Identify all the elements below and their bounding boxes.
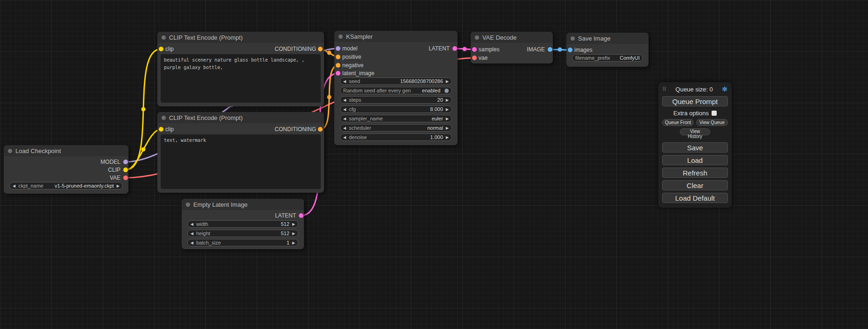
- widget-label: denoise: [349, 134, 367, 140]
- prev-value-icon[interactable]: ◀: [343, 78, 346, 85]
- wire-dot-clip-positive: [141, 107, 146, 112]
- input-slot-vae[interactable]: [472, 56, 477, 60]
- output-slot-conditioning[interactable]: [318, 127, 323, 132]
- output-slot-conditioning[interactable]: [318, 47, 323, 51]
- cfg-widget[interactable]: ◀ cfg 8.000 ▶: [340, 105, 452, 113]
- refresh-button[interactable]: Refresh: [662, 168, 728, 178]
- negative-prompt-input[interactable]: text, watermark: [161, 134, 321, 189]
- filename-prefix-widget[interactable]: filename_prefix ComfyUI: [572, 54, 643, 62]
- node-load-checkpoint[interactable]: Load Checkpoint MODEL CLIP VAE ◀ ckpt_na…: [4, 145, 128, 194]
- load-button[interactable]: Load: [662, 155, 728, 165]
- settings-gear-icon[interactable]: ✻: [722, 85, 727, 93]
- width-widget[interactable]: ◀ width 512 ▶: [187, 220, 298, 228]
- height-widget[interactable]: ◀ height 512 ▶: [187, 230, 298, 237]
- output-slot-image[interactable]: [548, 47, 552, 52]
- sampler-name-widget[interactable]: ◀ sampler_name euler ▶: [340, 115, 452, 122]
- node-title: VAE Decode: [482, 34, 516, 41]
- node-header[interactable]: VAE Decode: [471, 32, 553, 43]
- prev-value-icon[interactable]: ◀: [343, 125, 346, 132]
- prev-value-icon[interactable]: ◀: [191, 230, 193, 237]
- input-label-positive: positive: [342, 54, 361, 60]
- widget-value: 156680208700286: [400, 78, 443, 84]
- wire-dot-conditioning-positive: [327, 51, 332, 55]
- input-slot-latent-image[interactable]: [336, 71, 340, 76]
- extra-options-checkbox[interactable]: [712, 111, 717, 116]
- next-value-icon[interactable]: ▶: [292, 221, 295, 228]
- input-slot-positive[interactable]: [336, 55, 340, 59]
- input-slot-images[interactable]: [568, 48, 572, 52]
- node-header[interactable]: CLIP Text Encode (Prompt): [157, 112, 324, 123]
- random-seed-toggle-widget[interactable]: Random seed after every gen enabled: [340, 87, 452, 94]
- load-default-button[interactable]: Load Default: [662, 193, 728, 203]
- prev-value-icon[interactable]: ◀: [191, 221, 193, 228]
- next-value-icon[interactable]: ▶: [446, 134, 449, 141]
- node-clip-text-encode-negative[interactable]: CLIP Text Encode (Prompt) clip CONDITION…: [157, 112, 324, 193]
- input-label-images: images: [574, 47, 593, 53]
- denoise-widget[interactable]: ◀ denoise 1.000 ▶: [340, 133, 452, 141]
- collapse-dot-icon[interactable]: [571, 36, 575, 41]
- scheduler-widget[interactable]: ◀ scheduler normal ▶: [340, 124, 452, 132]
- input-slot-negative[interactable]: [336, 63, 340, 68]
- view-queue-button[interactable]: View Queue: [696, 119, 728, 126]
- node-save-image[interactable]: Save Image images filename_prefix ComfyU…: [566, 33, 649, 67]
- prev-value-icon[interactable]: ◀: [343, 106, 346, 113]
- node-empty-latent-image[interactable]: Empty Latent Image LATENT ◀ width 512 ▶ …: [182, 199, 304, 249]
- next-value-icon[interactable]: ▶: [446, 115, 449, 122]
- steps-widget[interactable]: ◀ steps 20 ▶: [340, 96, 452, 104]
- node-header[interactable]: Load Checkpoint: [4, 145, 128, 156]
- node-graph-canvas[interactable]: Load Checkpoint MODEL CLIP VAE ◀ ckpt_na…: [0, 0, 868, 329]
- node-header[interactable]: Save Image: [566, 33, 649, 44]
- prev-value-icon[interactable]: ◀: [13, 182, 15, 189]
- queue-panel-header: ⠿ Queue size: 0 ✻: [662, 85, 728, 94]
- input-slot-clip[interactable]: [159, 127, 163, 132]
- save-button[interactable]: Save: [662, 142, 728, 153]
- output-slot-clip[interactable]: [123, 168, 128, 172]
- view-history-button[interactable]: View History: [680, 128, 710, 135]
- node-header[interactable]: CLIP Text Encode (Prompt): [157, 32, 324, 43]
- widget-value: 20: [438, 97, 443, 103]
- input-slot-model[interactable]: [336, 46, 340, 51]
- output-slot-latent[interactable]: [299, 213, 303, 218]
- node-header[interactable]: KSampler: [334, 31, 458, 42]
- input-slot-clip[interactable]: [159, 47, 163, 51]
- queue-front-button[interactable]: Queue Front: [662, 119, 694, 126]
- collapse-dot-icon[interactable]: [186, 203, 190, 207]
- collapse-dot-icon[interactable]: [475, 35, 479, 40]
- toggle-knob-icon[interactable]: [445, 89, 449, 93]
- node-header[interactable]: Empty Latent Image: [182, 199, 304, 210]
- collapse-dot-icon[interactable]: [162, 35, 166, 40]
- clear-button[interactable]: Clear: [662, 180, 728, 190]
- widget-value: ComfyUI: [620, 55, 640, 61]
- wire-dot-conditioning-negative: [327, 95, 332, 99]
- widget-label: filename_prefix: [575, 55, 610, 61]
- batch-size-widget[interactable]: ◀ batch_size 1 ▶: [187, 239, 298, 246]
- next-value-icon[interactable]: ▶: [292, 230, 295, 237]
- drag-handle-icon[interactable]: ⠿: [663, 86, 666, 92]
- prev-value-icon[interactable]: ◀: [343, 115, 346, 122]
- collapse-dot-icon[interactable]: [339, 35, 343, 39]
- queue-prompt-button[interactable]: Queue Prompt: [662, 96, 728, 106]
- input-slot-samples[interactable]: [472, 47, 477, 52]
- output-slot-latent[interactable]: [452, 46, 457, 51]
- next-value-icon[interactable]: ▶: [446, 97, 449, 104]
- next-value-icon[interactable]: ▶: [446, 125, 449, 132]
- output-slot-vae[interactable]: [123, 175, 128, 180]
- next-value-icon[interactable]: ▶: [292, 239, 295, 246]
- widget-label: steps: [349, 97, 361, 103]
- next-value-icon[interactable]: ▶: [446, 106, 449, 113]
- ckpt-name-widget[interactable]: ◀ ckpt_name v1-5-pruned-emaonly.ckpt ▶: [9, 182, 123, 189]
- positive-prompt-input[interactable]: beautiful scenery nature glass bottle la…: [161, 54, 321, 103]
- collapse-dot-icon[interactable]: [162, 116, 166, 120]
- prev-value-icon[interactable]: ◀: [343, 134, 346, 141]
- seed-widget[interactable]: ◀ seed 156680208700286 ▶: [340, 77, 452, 85]
- prev-value-icon[interactable]: ◀: [343, 97, 346, 104]
- widget-label: Random seed after every gen: [343, 88, 411, 93]
- node-vae-decode[interactable]: VAE Decode samples vae IMAGE: [471, 32, 553, 63]
- node-clip-text-encode-positive[interactable]: CLIP Text Encode (Prompt) clip CONDITION…: [157, 32, 324, 106]
- next-value-icon[interactable]: ▶: [117, 182, 120, 189]
- output-slot-model[interactable]: [123, 160, 128, 164]
- collapse-dot-icon[interactable]: [8, 149, 12, 153]
- prev-value-icon[interactable]: ◀: [191, 239, 193, 246]
- node-ksampler[interactable]: KSampler model positive negative latent_…: [334, 31, 458, 145]
- next-value-icon[interactable]: ▶: [446, 78, 449, 85]
